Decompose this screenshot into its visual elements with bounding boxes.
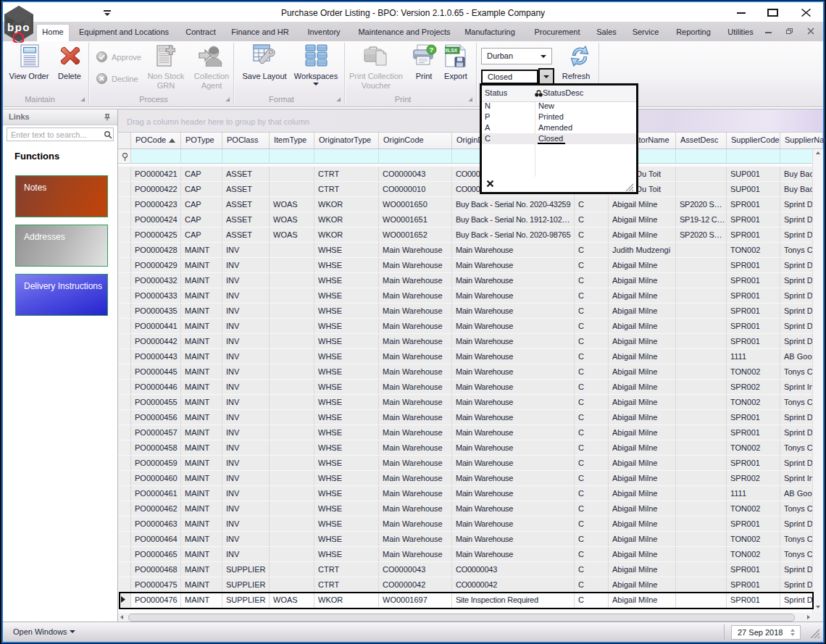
- svg-text:XLSX: XLSX: [445, 48, 458, 53]
- svg-text:bpo: bpo: [7, 21, 30, 33]
- svg-text:?: ?: [430, 46, 434, 54]
